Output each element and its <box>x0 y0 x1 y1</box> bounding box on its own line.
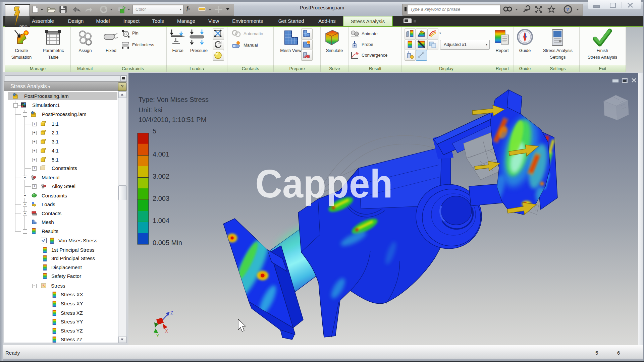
svg-text:Z: Z <box>170 310 173 315</box>
svg-text:2.003: 2.003 <box>153 195 169 202</box>
svg-text:10/4/2010, 1:10:51 PM: 10/4/2010, 1:10:51 PM <box>139 116 206 123</box>
svg-text:1.004: 1.004 <box>153 217 169 224</box>
svg-text:?: ? <box>566 7 569 12</box>
svg-text:X: X <box>165 328 168 334</box>
svg-text:Type: Von Mises Stress: Type: Von Mises Stress <box>139 96 209 103</box>
svg-text:3.002: 3.002 <box>153 173 169 180</box>
svg-text:Y: Y <box>156 333 159 338</box>
svg-text:5: 5 <box>153 127 156 135</box>
svg-text:Unit: ksi: Unit: ksi <box>139 106 162 114</box>
svg-text:Cappeh: Cappeh <box>255 162 393 206</box>
svg-text:4.001: 4.001 <box>153 150 169 158</box>
svg-text:0.005 Min: 0.005 Min <box>153 239 182 246</box>
